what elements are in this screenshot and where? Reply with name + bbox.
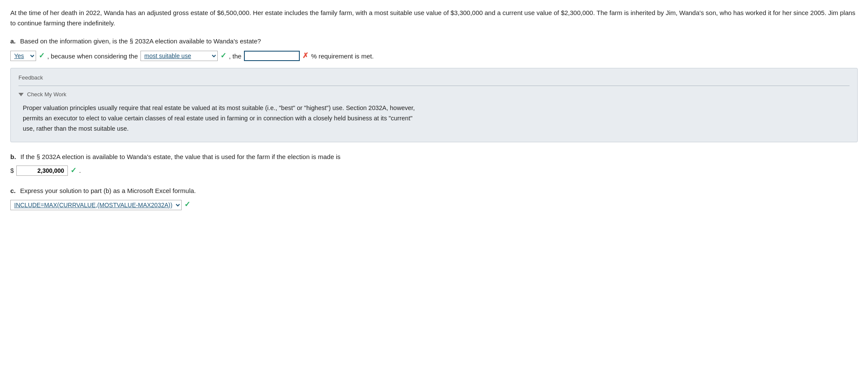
question-c-block: c. Express your solution to part (b) as … <box>10 186 858 211</box>
requirement-text: % requirement is met. <box>311 51 374 61</box>
question-c-label-row: c. Express your solution to part (b) as … <box>10 186 858 196</box>
question-c-label: c. <box>10 187 16 194</box>
question-a-label: a. <box>10 37 16 45</box>
feedback-line-2: permits an executor to elect to value ce… <box>23 115 412 122</box>
dollar-sign: $ <box>10 165 14 175</box>
question-b-block: b. If the § 2032A election is available … <box>10 152 858 177</box>
percent-input[interactable] <box>244 51 300 61</box>
because-text: , because when considering the <box>47 51 138 61</box>
feedback-box: Feedback Check My Work Proper valuation … <box>10 68 858 142</box>
feedback-divider <box>18 86 850 86</box>
use-type-dropdown[interactable]: most suitable use current use <box>140 51 218 61</box>
formula-dropdown[interactable]: INCLUDE=MAX(CURRVALUE,(MOSTVALUE-MAX2032… <box>10 200 182 210</box>
check-icon-2: ✓ <box>220 50 226 61</box>
value-input[interactable] <box>16 165 68 176</box>
check-my-work-label: Check My Work <box>27 90 67 99</box>
yes-no-dropdown[interactable]: Yes No <box>10 51 36 61</box>
intro-paragraph: At the time of her death in 2022, Wanda … <box>10 8 858 28</box>
question-b-text: If the § 2032A election is available to … <box>21 153 341 160</box>
question-b-label-row: b. If the § 2032A election is available … <box>10 152 858 162</box>
question-a-text: Based on the information given, is the §… <box>20 37 261 45</box>
check-icon-b: ✓ <box>70 165 76 176</box>
question-c-text: Express your solution to part (b) as a M… <box>20 187 196 194</box>
feedback-title: Feedback <box>18 74 850 82</box>
intro-text: At the time of her death in 2022, Wanda … <box>10 9 856 27</box>
question-c-answer-row: INCLUDE=MAX(CURRVALUE,(MOSTVALUE-MAX2032… <box>10 199 858 210</box>
question-b-label: b. <box>10 153 16 160</box>
triangle-icon <box>18 93 24 96</box>
feedback-line-3: use, rather than the most suitable use. <box>23 125 129 132</box>
period: . <box>79 165 81 175</box>
check-icon-c: ✓ <box>184 199 190 210</box>
feedback-line-1: Proper valuation principles usually requ… <box>23 104 415 111</box>
question-b-answer-row: $ ✓ . <box>10 165 858 176</box>
check-icon-1: ✓ <box>39 50 45 61</box>
question-a-label-row: a. Based on the information given, is th… <box>10 36 858 46</box>
question-a-block: a. Based on the information given, is th… <box>10 36 858 142</box>
check-my-work-row: Check My Work <box>18 90 850 99</box>
question-a-answer-row: Yes No ✓ , because when considering the … <box>10 50 858 61</box>
feedback-body: Proper valuation principles usually requ… <box>18 103 850 134</box>
cross-icon: ✗ <box>302 50 308 61</box>
the-text: , the <box>229 51 241 61</box>
